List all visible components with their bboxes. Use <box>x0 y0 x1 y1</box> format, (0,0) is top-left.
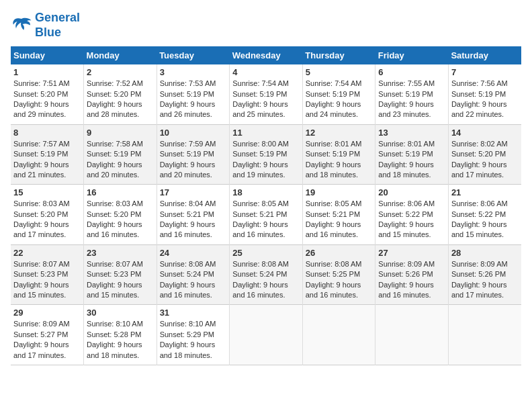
week-row-4: 22 Sunrise: 8:07 AMSunset: 5:23 PMDaylig… <box>11 244 521 305</box>
calendar-cell: 2 Sunrise: 7:52 AMSunset: 5:20 PMDayligh… <box>84 64 157 124</box>
day-header-monday: Monday <box>84 46 157 64</box>
day-number: 29 <box>13 308 81 318</box>
day-number: 16 <box>87 187 154 197</box>
day-number: 14 <box>451 128 519 138</box>
day-info: Sunrise: 8:08 AMSunset: 5:24 PMDaylight:… <box>160 259 227 301</box>
calendar-cell: 13 Sunrise: 8:01 AMSunset: 5:19 PMDaylig… <box>375 124 449 185</box>
day-number: 10 <box>160 128 227 138</box>
day-number: 27 <box>378 248 445 258</box>
calendar-cell: 3 Sunrise: 7:53 AMSunset: 5:19 PMDayligh… <box>157 64 230 124</box>
day-info: Sunrise: 7:59 AMSunset: 5:19 PMDaylight:… <box>160 139 227 181</box>
day-number: 5 <box>306 67 373 77</box>
calendar-cell: 14 Sunrise: 8:02 AMSunset: 5:20 PMDaylig… <box>448 124 521 185</box>
day-number: 2 <box>87 67 154 77</box>
calendar-cell: 18 Sunrise: 8:05 AMSunset: 5:21 PMDaylig… <box>230 185 303 245</box>
day-info: Sunrise: 8:08 AMSunset: 5:24 PMDaylight:… <box>232 259 300 301</box>
day-number: 1 <box>13 67 81 77</box>
week-row-3: 15 Sunrise: 8:03 AMSunset: 5:20 PMDaylig… <box>11 185 521 245</box>
day-header-wednesday: Wednesday <box>230 46 303 64</box>
calendar-cell: 31 Sunrise: 8:10 AMSunset: 5:29 PMDaylig… <box>157 305 230 365</box>
week-row-5: 29 Sunrise: 8:09 AMSunset: 5:27 PMDaylig… <box>11 305 521 365</box>
day-info: Sunrise: 8:02 AMSunset: 5:20 PMDaylight:… <box>451 139 519 181</box>
day-number: 23 <box>87 248 154 258</box>
day-info: Sunrise: 7:57 AMSunset: 5:19 PMDaylight:… <box>13 139 81 181</box>
day-number: 20 <box>378 187 445 197</box>
logo: General Blue <box>11 11 80 40</box>
day-info: Sunrise: 7:52 AMSunset: 5:20 PMDaylight:… <box>87 79 154 120</box>
calendar-cell: 12 Sunrise: 8:01 AMSunset: 5:19 PMDaylig… <box>302 124 375 185</box>
day-number: 11 <box>232 128 300 138</box>
day-info: Sunrise: 7:53 AMSunset: 5:19 PMDaylight:… <box>160 79 227 120</box>
calendar-cell: 10 Sunrise: 7:59 AMSunset: 5:19 PMDaylig… <box>157 124 230 185</box>
calendar-cell <box>448 305 521 365</box>
calendar-cell: 4 Sunrise: 7:54 AMSunset: 5:19 PMDayligh… <box>230 64 303 124</box>
day-number: 4 <box>232 67 300 77</box>
day-number: 21 <box>451 187 519 197</box>
day-number: 22 <box>13 248 81 258</box>
day-number: 15 <box>13 187 81 197</box>
day-info: Sunrise: 7:51 AMSunset: 5:20 PMDaylight:… <box>13 79 81 120</box>
day-header-thursday: Thursday <box>302 46 375 64</box>
day-info: Sunrise: 7:54 AMSunset: 5:19 PMDaylight:… <box>306 79 373 120</box>
calendar-cell: 19 Sunrise: 8:05 AMSunset: 5:21 PMDaylig… <box>302 185 375 245</box>
calendar-cell: 22 Sunrise: 8:07 AMSunset: 5:23 PMDaylig… <box>11 244 84 305</box>
calendar-cell: 17 Sunrise: 8:04 AMSunset: 5:21 PMDaylig… <box>157 185 230 245</box>
calendar-cell: 27 Sunrise: 8:09 AMSunset: 5:26 PMDaylig… <box>375 244 449 305</box>
calendar-cell: 21 Sunrise: 8:06 AMSunset: 5:22 PMDaylig… <box>448 185 521 245</box>
calendar-cell: 15 Sunrise: 8:03 AMSunset: 5:20 PMDaylig… <box>11 185 84 245</box>
day-info: Sunrise: 8:10 AMSunset: 5:29 PMDaylight:… <box>160 319 227 361</box>
day-number: 31 <box>160 308 227 318</box>
day-info: Sunrise: 8:04 AMSunset: 5:21 PMDaylight:… <box>160 199 227 240</box>
calendar-cell: 7 Sunrise: 7:56 AMSunset: 5:19 PMDayligh… <box>448 64 521 124</box>
week-row-1: 1 Sunrise: 7:51 AMSunset: 5:20 PMDayligh… <box>11 64 521 124</box>
calendar-cell: 30 Sunrise: 8:10 AMSunset: 5:28 PMDaylig… <box>84 305 157 365</box>
day-info: Sunrise: 7:56 AMSunset: 5:19 PMDaylight:… <box>451 79 519 120</box>
day-info: Sunrise: 7:54 AMSunset: 5:19 PMDaylight:… <box>232 79 300 120</box>
day-number: 17 <box>160 187 227 197</box>
day-info: Sunrise: 8:09 AMSunset: 5:26 PMDaylight:… <box>378 259 445 301</box>
day-number: 28 <box>451 248 519 258</box>
calendar-cell: 20 Sunrise: 8:06 AMSunset: 5:22 PMDaylig… <box>375 185 449 245</box>
week-row-2: 8 Sunrise: 7:57 AMSunset: 5:19 PMDayligh… <box>11 124 521 185</box>
calendar-cell: 26 Sunrise: 8:08 AMSunset: 5:25 PMDaylig… <box>302 244 375 305</box>
day-header-saturday: Saturday <box>448 46 521 64</box>
day-number: 18 <box>232 187 300 197</box>
day-number: 7 <box>451 67 519 77</box>
calendar-cell: 16 Sunrise: 8:03 AMSunset: 5:20 PMDaylig… <box>84 185 157 245</box>
day-info: Sunrise: 8:08 AMSunset: 5:25 PMDaylight:… <box>306 259 373 301</box>
calendar-cell: 6 Sunrise: 7:55 AMSunset: 5:19 PMDayligh… <box>375 64 449 124</box>
day-info: Sunrise: 8:07 AMSunset: 5:23 PMDaylight:… <box>87 259 154 301</box>
calendar-cell: 25 Sunrise: 8:08 AMSunset: 5:24 PMDaylig… <box>230 244 303 305</box>
days-header-row: SundayMondayTuesdayWednesdayThursdayFrid… <box>11 46 521 64</box>
day-number: 8 <box>13 128 81 138</box>
calendar-cell: 28 Sunrise: 8:09 AMSunset: 5:26 PMDaylig… <box>448 244 521 305</box>
day-number: 13 <box>378 128 445 138</box>
day-info: Sunrise: 8:01 AMSunset: 5:19 PMDaylight:… <box>306 139 373 181</box>
logo-bird-icon <box>11 16 32 35</box>
calendar-cell: 9 Sunrise: 7:58 AMSunset: 5:19 PMDayligh… <box>84 124 157 185</box>
day-info: Sunrise: 8:06 AMSunset: 5:22 PMDaylight:… <box>378 199 445 240</box>
day-info: Sunrise: 8:03 AMSunset: 5:20 PMDaylight:… <box>13 199 81 240</box>
day-info: Sunrise: 8:07 AMSunset: 5:23 PMDaylight:… <box>13 259 81 301</box>
day-info: Sunrise: 8:03 AMSunset: 5:20 PMDaylight:… <box>87 199 154 240</box>
day-info: Sunrise: 8:09 AMSunset: 5:26 PMDaylight:… <box>451 259 519 301</box>
calendar-cell: 23 Sunrise: 8:07 AMSunset: 5:23 PMDaylig… <box>84 244 157 305</box>
day-number: 19 <box>306 187 373 197</box>
day-info: Sunrise: 7:55 AMSunset: 5:19 PMDaylight:… <box>378 79 445 120</box>
day-info: Sunrise: 8:01 AMSunset: 5:19 PMDaylight:… <box>378 139 445 181</box>
day-header-sunday: Sunday <box>11 46 84 64</box>
calendar-cell: 5 Sunrise: 7:54 AMSunset: 5:19 PMDayligh… <box>302 64 375 124</box>
calendar-cell: 29 Sunrise: 8:09 AMSunset: 5:27 PMDaylig… <box>11 305 84 365</box>
day-number: 9 <box>87 128 154 138</box>
day-header-tuesday: Tuesday <box>157 46 230 64</box>
calendar-cell: 11 Sunrise: 8:00 AMSunset: 5:19 PMDaylig… <box>230 124 303 185</box>
day-info: Sunrise: 8:00 AMSunset: 5:19 PMDaylight:… <box>232 139 300 181</box>
day-info: Sunrise: 7:58 AMSunset: 5:19 PMDaylight:… <box>87 139 154 181</box>
calendar-cell <box>302 305 375 365</box>
day-number: 25 <box>232 248 300 258</box>
calendar-cell <box>375 305 449 365</box>
day-number: 30 <box>87 308 154 318</box>
logo-text: General Blue <box>35 11 80 40</box>
calendar-cell: 1 Sunrise: 7:51 AMSunset: 5:20 PMDayligh… <box>11 64 84 124</box>
day-info: Sunrise: 8:10 AMSunset: 5:28 PMDaylight:… <box>87 319 154 361</box>
